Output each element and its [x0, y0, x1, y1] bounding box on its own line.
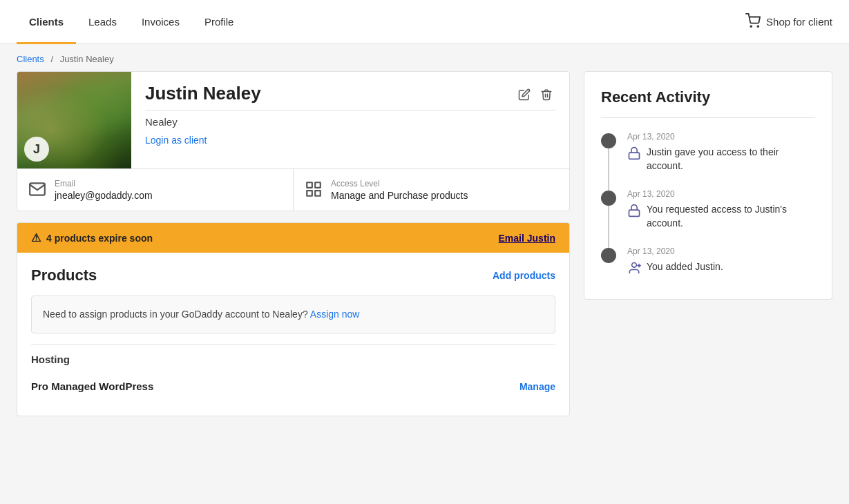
nav-link-invoices[interactable]: Invoices — [129, 0, 192, 44]
person-add-icon — [627, 261, 641, 277]
client-info: Justin Nealey — [131, 72, 569, 168]
svg-rect-4 — [307, 191, 312, 196]
activity-card: Recent Activity Apr 13, 2020 — [584, 71, 832, 300]
cart-icon — [745, 13, 761, 30]
left-column: J Justin Nealey — [17, 71, 570, 416]
svg-point-8 — [632, 263, 637, 268]
nav-link-leads[interactable]: Leads — [76, 0, 129, 44]
nav-link-profile[interactable]: Profile — [192, 0, 247, 44]
svg-rect-3 — [315, 182, 321, 188]
svg-rect-7 — [629, 210, 640, 216]
email-meta: Email jnealey@godaddy.com — [17, 169, 293, 211]
product-name: Pro Managed WordPress — [31, 380, 153, 392]
email-value: jnealey@godaddy.com — [55, 190, 153, 201]
hosting-label: Hosting — [31, 345, 555, 371]
edit-client-button[interactable] — [515, 86, 533, 106]
right-column: Recent Activity Apr 13, 2020 — [584, 71, 832, 300]
activity-title: Recent Activity — [601, 88, 815, 106]
activity-dot — [601, 191, 616, 206]
trash-icon — [540, 93, 553, 103]
breadcrumb-current: Justin Nealey — [60, 54, 114, 64]
main-nav: Clients Leads Invoices Profile Shop for … — [0, 0, 849, 44]
lock-icon — [627, 204, 641, 220]
products-section: ⚠ 4 products expire soon Email Justin Pr… — [17, 222, 570, 416]
activity-date: Apr 13, 2020 — [627, 246, 815, 256]
breadcrumb: Clients / Justin Nealey — [0, 44, 849, 71]
access-meta: Access Level Manage and Purchase product… — [293, 169, 569, 211]
svg-rect-5 — [315, 191, 321, 196]
manage-link[interactable]: Manage — [519, 381, 555, 392]
product-row: Pro Managed WordPress Manage — [31, 371, 555, 402]
delete-client-button[interactable] — [537, 86, 555, 106]
nav-link-clients[interactable]: Clients — [17, 0, 76, 44]
activity-text: You added Justin. — [647, 260, 723, 274]
products-inner: Products Add products Need to assign pro… — [17, 253, 569, 416]
client-lastname: Nealey — [145, 116, 555, 128]
access-value: Manage and Purchase products — [331, 190, 468, 201]
activity-item: Apr 13, 2020 You requested access to Jus… — [601, 189, 815, 230]
assign-box: Need to assign products in your GoDaddy … — [31, 295, 555, 333]
assign-now-link[interactable]: Assign now — [310, 309, 360, 320]
svg-point-0 — [750, 26, 752, 27]
client-card: J Justin Nealey — [17, 71, 570, 211]
activity-text: Justin gave you access to their account. — [647, 146, 815, 173]
hosting-section: Hosting Pro Managed WordPress Manage — [31, 345, 555, 402]
activity-list: Apr 13, 2020 Justin gave you access to t… — [601, 132, 815, 277]
activity-date: Apr 13, 2020 — [627, 189, 815, 199]
warning-banner: ⚠ 4 products expire soon Email Justin — [17, 223, 569, 253]
activity-dot — [601, 248, 616, 263]
client-name: Justin Nealey — [145, 83, 261, 104]
login-as-client-link[interactable]: Login as client — [145, 135, 207, 146]
svg-rect-6 — [629, 153, 640, 159]
add-products-link[interactable]: Add products — [493, 270, 555, 281]
email-label: Email — [55, 179, 153, 188]
breadcrumb-parent[interactable]: Clients — [17, 54, 44, 64]
shop-for-client-button[interactable]: Shop for client — [745, 13, 832, 30]
activity-text: You requested access to Justin's account… — [647, 203, 815, 230]
email-icon — [28, 180, 46, 200]
nav-links: Clients Leads Invoices Profile — [17, 0, 745, 43]
activity-date: Apr 13, 2020 — [627, 132, 815, 142]
client-meta-row: Email jnealey@godaddy.com Access Level M… — [17, 168, 569, 211]
warning-text: ⚠ 4 products expire soon — [31, 231, 153, 244]
email-client-link[interactable]: Email Justin — [499, 233, 555, 244]
activity-item: Apr 13, 2020 Justin gave you access to t… — [601, 132, 815, 173]
edit-icon — [518, 93, 531, 103]
access-icon — [305, 180, 323, 200]
client-avatar: J — [17, 72, 131, 168]
lock-icon — [627, 146, 641, 162]
activity-item: Apr 13, 2020 You added Justin. — [601, 246, 815, 277]
svg-rect-2 — [307, 182, 312, 188]
activity-dot — [601, 133, 616, 148]
warning-icon: ⚠ — [31, 231, 41, 244]
avatar-letter: J — [24, 137, 49, 162]
products-title: Products — [31, 266, 97, 284]
main-content: J Justin Nealey — [0, 71, 849, 433]
access-label: Access Level — [331, 179, 468, 188]
svg-point-1 — [758, 26, 759, 27]
